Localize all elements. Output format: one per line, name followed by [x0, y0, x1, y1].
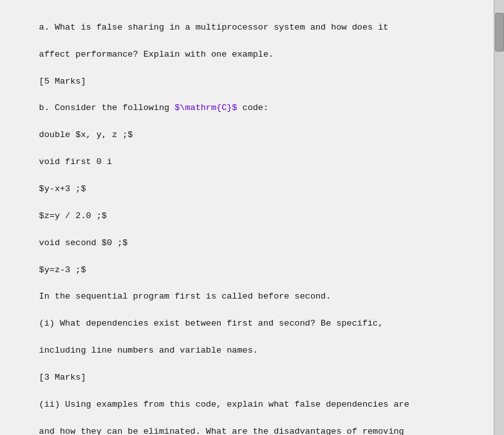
content-area[interactable]: a. What is false sharing in a multiproce… — [0, 0, 494, 435]
question-b-intro: b. Consider the following $\mathrm{C}$ c… — [39, 103, 268, 113]
scrollbar-thumb[interactable] — [495, 13, 504, 51]
page-container: a. What is false sharing in a multiproce… — [0, 0, 504, 435]
code-line-void-first: void first 0 i — [39, 157, 112, 167]
question-b-i-line2: including line numbers and variable name… — [39, 346, 258, 355]
main-content: a. What is false sharing in a multiproce… — [8, 8, 485, 435]
question-b-seq-line1: In the sequential program first is calle… — [39, 292, 331, 301]
code-line-y2-expr: $y=z-3 ;$ — [39, 265, 86, 275]
question-b-ii-line1: (ii) Using examples from this code, expl… — [39, 400, 409, 409]
question-a-line1: a. What is false sharing in a multiproce… — [39, 23, 389, 32]
scrollbar[interactable] — [494, 0, 504, 435]
code-line-void-second: void second $0 ;$ — [39, 238, 128, 248]
question-a-line2: affect performance? Explain with one exa… — [39, 50, 274, 59]
question-b-i-line1: (i) What dependencies exist between firs… — [39, 319, 384, 328]
code-line-y-expr: $y-x+3 ;$ — [39, 184, 86, 194]
math-c: $\mathrm{C}$ — [174, 103, 237, 113]
marks-a: [5 Marks] — [39, 77, 86, 86]
marks-b-i: [3 Marks] — [39, 373, 86, 382]
code-line-z-expr: $z=y / 2.0 ;$ — [39, 211, 107, 221]
code-line-double: double $x, y, z ;$ — [39, 130, 133, 140]
question-b-ii-line2: and how they can be eliminated. What are… — [39, 427, 404, 435]
